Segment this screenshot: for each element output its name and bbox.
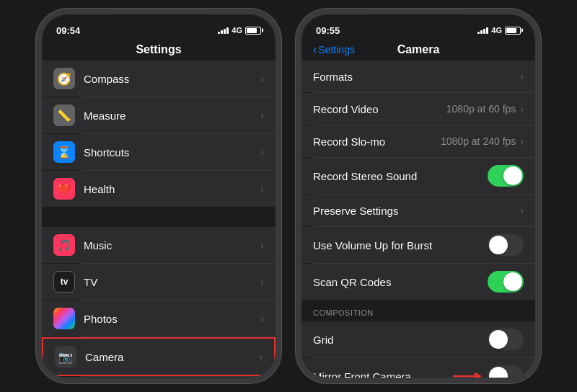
camera-label: Camera <box>85 351 259 363</box>
compass-icon: 🧭 <box>53 68 75 89</box>
settings-item-measure[interactable]: 📏 Measure › <box>42 97 276 133</box>
music-label: Music <box>84 239 260 251</box>
settings-group-top: 🧭 Compass › 📏 Measure › ⌛ Shortcuts › ❤️… <box>42 61 276 207</box>
record-video-value: 1080p at 60 fps <box>446 103 516 115</box>
back-label: Settings <box>318 44 355 55</box>
settings-item-health[interactable]: ❤️ Health › <box>42 171 276 207</box>
status-icons-2: 4G <box>477 26 521 35</box>
record-slomo-label: Record Slo-mo <box>313 135 441 148</box>
compass-label: Compass <box>84 73 260 85</box>
record-video-label: Record Video <box>313 103 446 115</box>
scan-qr-label: Scan QR Codes <box>313 276 488 288</box>
phone-1: 09:54 4G Settings 🧭 Compass › 📏 Mea <box>36 9 281 383</box>
preserve-chevron: › <box>520 205 524 216</box>
time-2: 09:55 <box>316 25 340 36</box>
camera-record-video-row[interactable]: Record Video 1080p at 60 fps › <box>301 93 535 125</box>
volume-burst-label: Use Volume Up for Burst <box>313 239 488 251</box>
signal-icon-1 <box>218 27 229 34</box>
composition-label: COMPOSITION <box>313 308 374 317</box>
camera-grid-row[interactable]: Grid <box>301 321 535 357</box>
grid-toggle[interactable] <box>488 329 524 350</box>
record-slomo-chevron: › <box>520 135 524 147</box>
grid-label: Grid <box>313 334 488 346</box>
mirror-toggle[interactable] <box>488 365 524 383</box>
page-title-1: Settings <box>136 43 181 55</box>
camera-scan-qr-row[interactable]: Scan QR Codes <box>301 264 535 300</box>
record-video-chevron: › <box>520 103 524 115</box>
camera-preserve-row[interactable]: Preserve Settings › <box>301 195 535 226</box>
measure-icon: 📏 <box>53 104 75 126</box>
preserve-label: Preserve Settings <box>313 205 520 217</box>
camera-record-slomo-row[interactable]: Record Slo-mo 1080p at 240 fps › <box>301 125 535 157</box>
svg-marker-1 <box>475 372 482 380</box>
photos-label: Photos <box>84 313 260 325</box>
tv-label: TV <box>84 276 260 288</box>
signal-icon-2 <box>477 27 488 34</box>
back-button[interactable]: ‹ Settings <box>313 43 355 56</box>
formats-label: Formats <box>313 71 520 83</box>
photos-icon <box>53 308 75 329</box>
tv-chevron: › <box>260 276 264 288</box>
camera-volume-burst-row[interactable]: Use Volume Up for Burst <box>301 227 535 263</box>
battery-icon-1 <box>245 27 261 35</box>
camera-group-composition: Grid Mirror Front Camera View Outside th… <box>301 321 535 383</box>
mirror-label: Mirror Front Camera <box>313 370 453 383</box>
network-type-2: 4G <box>491 26 502 35</box>
status-icons-1: 4G <box>218 26 261 35</box>
settings-item-shortcuts[interactable]: ⌛ Shortcuts › <box>42 134 276 170</box>
tv-icon: tv <box>53 271 75 293</box>
battery-icon-2 <box>505 27 521 35</box>
record-stereo-label: Record Stereo Sound <box>313 170 488 182</box>
camera-record-stereo-row[interactable]: Record Stereo Sound <box>301 158 535 194</box>
music-chevron: › <box>260 239 264 251</box>
health-chevron: › <box>260 183 264 195</box>
phone-2: 09:55 4G ‹ Settings Camera Formats › <box>296 9 541 383</box>
settings-item-photos[interactable]: Photos › <box>42 300 276 337</box>
settings-item-music[interactable]: 🎵 Music › <box>42 227 276 263</box>
camera-mirror-row[interactable]: Mirror Front Camera <box>301 358 535 383</box>
compass-chevron: › <box>260 73 264 84</box>
shortcuts-icon: ⌛ <box>53 141 75 163</box>
measure-chevron: › <box>260 110 264 121</box>
notch-2 <box>371 14 465 30</box>
scan-qr-toggle[interactable] <box>488 271 524 293</box>
music-icon: 🎵 <box>53 234 75 256</box>
time-1: 09:54 <box>56 25 80 36</box>
notch-1 <box>112 14 206 30</box>
camera-chevron: › <box>259 351 263 362</box>
health-label: Health <box>84 183 260 195</box>
settings-group-apps: 🎵 Music › tv TV › Photos › 📷 Camera › 📖 … <box>42 227 276 383</box>
measure-label: Measure <box>84 110 260 122</box>
red-arrow-icon <box>453 369 482 383</box>
shortcuts-label: Shortcuts <box>84 146 260 159</box>
volume-burst-toggle[interactable] <box>488 234 524 256</box>
settings-item-camera[interactable]: 📷 Camera › <box>42 337 276 376</box>
nav-bar-2: ‹ Settings Camera <box>301 40 535 61</box>
health-icon: ❤️ <box>53 178 75 200</box>
record-slomo-value: 1080p at 240 fps <box>441 135 516 147</box>
settings-item-compass[interactable]: 🧭 Compass › <box>42 61 276 97</box>
settings-item-books[interactable]: 📖 Books › <box>42 377 276 383</box>
network-type-1: 4G <box>232 26 242 35</box>
photos-chevron: › <box>260 313 264 324</box>
settings-item-tv[interactable]: tv TV › <box>42 264 276 300</box>
composition-section-header: COMPOSITION <box>301 300 535 321</box>
nav-bar-1: Settings <box>42 40 276 61</box>
record-stereo-toggle[interactable] <box>488 165 524 187</box>
camera-group-1: Formats › Record Video 1080p at 60 fps ›… <box>301 61 535 300</box>
page-title-2: Camera <box>397 43 440 55</box>
back-chevron-icon: ‹ <box>313 43 317 56</box>
shortcuts-chevron: › <box>260 146 264 158</box>
camera-icon: 📷 <box>55 346 76 368</box>
camera-formats-row[interactable]: Formats › <box>301 61 535 92</box>
formats-chevron: › <box>520 71 524 82</box>
